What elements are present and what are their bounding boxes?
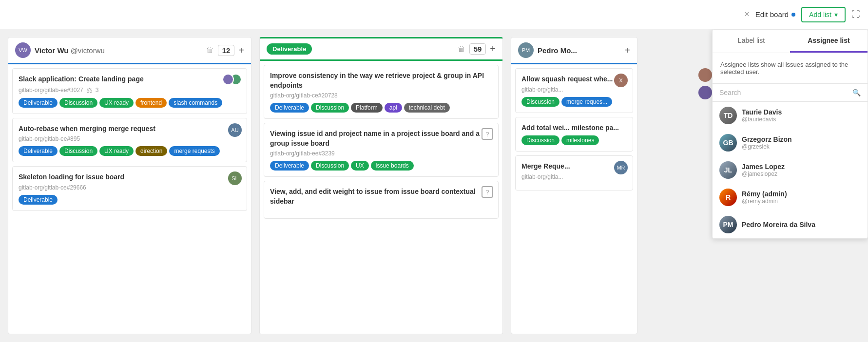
tag: UX ready [99, 146, 134, 156]
column-count-deliverable: 59 [469, 43, 486, 55]
column-add-button[interactable]: + [490, 43, 496, 55]
edit-board-button[interactable]: Edit board [755, 10, 795, 19]
user-name: Rémy (admin) [742, 190, 787, 198]
tag: Platform [351, 103, 383, 113]
add-list-button[interactable]: Add list ▾ [801, 7, 846, 22]
user-name: James Lopez [742, 163, 785, 171]
tag: slash commands [169, 98, 222, 108]
user-item-pedro[interactable]: PM Pedro Moreira da Silva [713, 211, 868, 238]
panel-description: Assignee lists show all issues assigned … [713, 53, 868, 84]
tag: Discussion [521, 97, 559, 107]
user-info-james: James Lopez @jameslopez [742, 163, 785, 177]
user-avatar-grzegorz: GB [719, 134, 737, 152]
tag: milestones [561, 135, 599, 145]
column-title-victor-wu: Victor Wu @victorwu [35, 46, 202, 55]
user-list: TD Taurie Davis @tauriedavis GB Grzegorz… [713, 102, 868, 238]
user-item-grzegorz[interactable]: GB Grzegorz Bizon @grzesiek [713, 129, 868, 156]
panel-tabs: Label list Assignee list [713, 30, 868, 53]
user-handle: @grzesiek [742, 143, 792, 150]
close-button[interactable]: × [744, 9, 750, 19]
card-title: View, add, and edit weight to issue from… [270, 187, 492, 206]
card-title: Allow squash request whe... [521, 75, 627, 84]
edge-avatar [698, 86, 712, 99]
column-add-button[interactable]: + [238, 45, 244, 56]
tab-label-list[interactable]: Label list [713, 30, 790, 53]
card-title: Auto-rebase when merging merge request [19, 124, 241, 134]
user-item-james[interactable]: JL James Lopez @jameslopez [713, 156, 868, 184]
tab-assignee-list[interactable]: Assignee list [790, 30, 868, 53]
card-merge-reque: MR Merge Reque... gitlab-org/gitla... [515, 155, 633, 190]
question-icon: ? [482, 128, 493, 140]
user-avatar-james: JL [719, 161, 737, 179]
card-title: Add total wei... milestone pa... [521, 123, 627, 133]
edge-indicators [698, 68, 712, 99]
column-cards-victor-wu: Slack application: Create landing page g… [8, 64, 251, 334]
card-title: Improve consistency in the way we retrie… [270, 71, 492, 90]
tag: Deliverable [19, 98, 58, 108]
fullscreen-button[interactable]: ⛶ [851, 9, 860, 19]
user-info-taurie: Taurie Davis @tauriedavis [742, 108, 782, 123]
column-cards-deliverable: Improve consistency in the way we retrie… [260, 61, 502, 334]
tag: technical debt [404, 103, 450, 113]
card-title: Viewing issue id and project name in a p… [270, 129, 492, 148]
card-title: Merge Reque... [521, 162, 627, 171]
card-ref: gitlab-org/gitla... [521, 86, 627, 93]
card-ref: gitlab-org/gitlab-ce#20728 [270, 92, 492, 99]
card-title: Skeleton loading for issue board [19, 172, 241, 182]
tag: Deliverable [19, 146, 58, 156]
card-skeleton-loading: SL Skeleton loading for issue board gitl… [12, 166, 247, 211]
column-deliverable: Deliverable 🗑 59 + Improve consistency i… [259, 37, 503, 334]
tag: Discussion [59, 98, 97, 108]
card-avatar: X [614, 74, 628, 87]
question-icon: ? [482, 186, 493, 198]
board-area: VW Victor Wu @victorwu 🗑 12 + Slack appl… [0, 29, 868, 342]
user-avatar-remy: R [719, 189, 737, 206]
column-add-button[interactable]: + [624, 45, 630, 56]
card-view-weight: ? View, add, and edit weight to issue fr… [264, 181, 499, 218]
avatar-pedro: PM [518, 42, 534, 58]
user-avatar-taurie: TD [719, 107, 737, 124]
card-ref: gitlab-org/gitlab-ee#3027 ⚖ 3 [19, 86, 241, 94]
user-handle: @remy.admin [742, 198, 787, 205]
card-avatar-double [222, 74, 242, 85]
card-ref: gitlab-org/gitlab-ee#895 [19, 135, 241, 142]
column-header-victor-wu: VW Victor Wu @victorwu 🗑 12 + [8, 38, 251, 64]
column-victor-wu: VW Victor Wu @victorwu 🗑 12 + Slack appl… [8, 37, 251, 334]
chevron-down-icon: ▾ [834, 11, 838, 19]
tag: Deliverable [19, 195, 58, 205]
card-avatar: MR [614, 161, 628, 174]
card-tags: Deliverable [19, 195, 241, 205]
card-tags: Deliverable Discussion UX issue boards [270, 161, 492, 171]
card-api-consistency: Improve consistency in the way we retrie… [264, 65, 499, 119]
user-name: Pedro Moreira da Silva [742, 221, 815, 228]
tag: Discussion [59, 146, 97, 156]
column-title-pedro: Pedro Mo... [538, 46, 620, 55]
card-tags: Discussion merge reques... [521, 97, 627, 107]
tag: Deliverable [270, 103, 309, 113]
tag: direction [135, 146, 167, 156]
search-input[interactable] [719, 89, 852, 96]
column-pedro-mo: PM Pedro Mo... + X Allow squash request … [511, 37, 637, 334]
user-item-taurie[interactable]: TD Taurie Davis @tauriedavis [713, 102, 868, 129]
column-delete-button[interactable]: 🗑 [458, 45, 465, 54]
card-viewing-issue: ? Viewing issue id and project name in a… [264, 123, 499, 177]
card-avatar: AU [228, 123, 242, 137]
edit-board-dot [791, 13, 795, 17]
tag: UX [351, 161, 369, 171]
edit-board-label: Edit board [755, 10, 789, 19]
card-auto-rebase: AU Auto-rebase when merging merge reques… [12, 118, 247, 163]
column-delete-button[interactable]: 🗑 [206, 46, 214, 55]
column-header-deliverable: Deliverable 🗑 59 + [260, 38, 502, 61]
card-tags: Discussion milestones [521, 135, 627, 145]
col3-header: PM Pedro Mo... + [511, 38, 637, 64]
user-info-remy: Rémy (admin) @remy.admin [742, 190, 787, 205]
search-icon: 🔍 [852, 89, 861, 96]
user-item-remy[interactable]: R Rémy (admin) @remy.admin [713, 184, 868, 211]
card-allow-squash: X Allow squash request whe... gitlab-org… [515, 68, 633, 113]
card-ref: gitlab-org/gitlab-ce#29666 [19, 184, 241, 191]
column-count-victor-wu: 12 [218, 45, 235, 56]
assignee-list-panel: Label list Assignee list Assignee lists … [712, 29, 868, 239]
card-add-total-wei: Add total wei... milestone pa... Discuss… [515, 117, 633, 152]
edge-avatar [698, 68, 712, 82]
user-name: Grzegorz Bizon [742, 135, 792, 143]
